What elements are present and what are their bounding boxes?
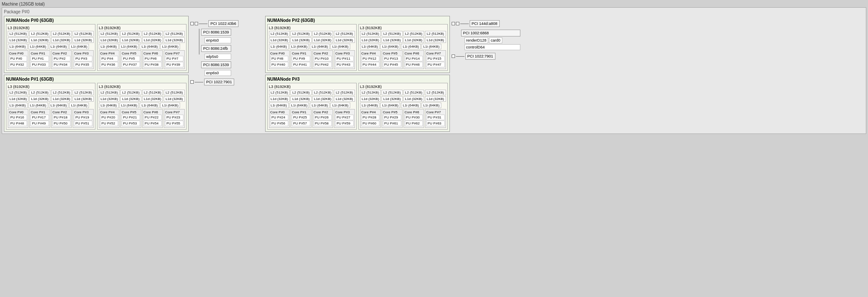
cache-cell: L2 (512KB): [425, 90, 446, 95]
pu-cell: PU P#31: [426, 115, 444, 120]
core-block: Core P#4 PU P#28 PU P#60: [360, 109, 381, 128]
core-block: Core P#5 PU P#5 PU P#37: [120, 50, 141, 69]
pu-cell: PU P#33: [31, 62, 49, 67]
cache-cell: L1d (32KB): [29, 37, 50, 43]
cache-cell: L1i (64KB): [160, 103, 180, 108]
cache-cell: L2 (512KB): [73, 90, 93, 95]
pu-cell: PU P#60: [361, 121, 379, 126]
core-label: Core P#0: [9, 52, 27, 55]
pu-cell: PU P#24: [270, 115, 288, 120]
pu-cell: PU P#19: [74, 115, 92, 120]
cache-cell: L1d (32KB): [29, 96, 50, 102]
cache-cell: L1i (64KB): [422, 103, 441, 108]
core-label: Core P#1: [31, 52, 49, 55]
cache-cell: L1i (64KB): [8, 103, 28, 108]
cache-cell: L2 (512KB): [334, 90, 355, 95]
pu-cell: PU P#29: [383, 115, 401, 120]
cache-cell: L2 (512KB): [382, 31, 402, 36]
cache-cell: L1d (32KB): [360, 96, 381, 102]
render-d128: renderD128: [465, 37, 489, 43]
core-block: Core P#0 PU P#16 PU P#48: [8, 109, 28, 128]
core-block: Core P#6 PU P#6 PU P#38: [142, 50, 163, 69]
cache-cell: L1d (32KB): [403, 96, 424, 102]
pu-cell: PU P#12: [361, 56, 379, 61]
pci-box-1022: PCI 1022:43b6: [208, 20, 238, 27]
pci-top-right: PCI 144d:a808: [452, 20, 520, 27]
connector-line: [456, 56, 465, 57]
pu-cell: PU P#20: [100, 115, 118, 120]
cache-cell: L1d (32KB): [334, 96, 355, 102]
pu-cell: PU P#27: [335, 115, 353, 120]
cache-cell: L2 (512KB): [360, 31, 381, 36]
pu-cell: PU P#51: [74, 121, 92, 126]
core-block: Core P#7 PU P#23 PU P#55: [164, 109, 184, 128]
core-block: Core P#0 PU P#24 PU P#56: [269, 109, 290, 128]
cache-cell: L1d (32KB): [99, 37, 119, 43]
cache-cell: L1d (32KB): [382, 37, 402, 43]
cache-cell: L1i (64KB): [49, 103, 69, 108]
cache-cell: L1d (32KB): [120, 96, 141, 102]
core-block: Core P#5 PU P#29 PU P#61: [382, 109, 402, 128]
core-label: Core P#2: [52, 52, 70, 55]
pu-cell: PU P#43: [335, 62, 353, 67]
numa0-l3-0-l1d: L1d (32KB) L1d (32KB) L1d (32KB) L1d (32…: [8, 37, 94, 43]
cache-cell: L1i (64KB): [290, 44, 309, 49]
cache-cell: L1i (64KB): [330, 103, 350, 108]
cache-cell: L1i (64KB): [360, 44, 380, 49]
connector-line: [195, 82, 203, 82]
cache-cell: L1d (32KB): [334, 37, 355, 43]
package-label: Package P#0: [4, 9, 864, 14]
numa1-l3-1: L3 (8192KB) L2 (512KB) L2 (512KB) L2 (51…: [97, 83, 186, 130]
pci-square: [452, 22, 455, 25]
pu-cell: PU P#46: [405, 62, 423, 67]
pci-subtree-left: PCI 8086:1539 enp4s0 PCI 8086:24fb wlp5s…: [199, 29, 231, 76]
cache-cell: L1d (32KB): [51, 37, 72, 43]
cache-cell: L1i (64KB): [310, 44, 330, 49]
cache-cell: L1d (32KB): [120, 37, 141, 43]
cache-cell: L1i (64KB): [380, 44, 400, 49]
numa2-l3-0: L3 (8192KB) L2 (512KB) L2 (512KB) L2 (51…: [267, 24, 357, 71]
core-block: Core P#3 PU P#11 PU P#43: [334, 50, 355, 69]
core-block: Core P#7 PU P#7 PU P#39: [164, 50, 184, 69]
core-block: Core P#2 PU P#10 PU P#42: [312, 50, 333, 69]
pu-cell: PU P#35: [74, 62, 92, 67]
numa-node-1-label: NUMANode P#1 (63GB): [6, 77, 186, 82]
cache-cell: L1d (32KB): [290, 37, 311, 43]
cache-cell: L2 (512KB): [120, 90, 141, 95]
core-label: Core P#7: [165, 52, 183, 55]
cache-cell: L2 (512KB): [99, 31, 119, 36]
pci-square: [456, 22, 459, 25]
card0: card0: [489, 37, 502, 43]
pci-square: [452, 55, 455, 58]
cache-cell: L1d (32KB): [164, 96, 184, 102]
cache-cell: L1i (64KB): [269, 103, 289, 108]
numa-node-0-inner: L3 (8192KB) L2 (512KB) L2 (512KB) L2 (51…: [6, 24, 186, 71]
core-block: Core P#2 PU P#26 PU P#58: [312, 109, 333, 128]
pu-cell: PU P#39: [165, 62, 183, 67]
cache-cell: L1d (32KB): [312, 37, 333, 43]
cache-cell: L1d (32KB): [73, 37, 93, 43]
package: Package P#0 NUMANode P#0 (63GB) L3 (8192…: [2, 7, 866, 134]
cache-cell: L1d (32KB): [312, 96, 333, 102]
pu-cell: PU P#1: [31, 56, 49, 61]
core-label: Core P#6: [144, 52, 162, 55]
pu-cell: PU P#59: [335, 121, 353, 126]
cache-cell: L1i (64KB): [99, 103, 119, 108]
core-block: Core P#0 PU P#8 PU P#40: [269, 50, 290, 69]
connector-line: [199, 24, 208, 24]
pu-cell: PU P#47: [426, 62, 444, 67]
control-d64: controlD64: [465, 44, 520, 50]
cache-cell: L1d (32KB): [360, 37, 381, 43]
numa3-l3-1: L3 (8192KB) L2 (512KB) L2 (512KB) L2 (51…: [358, 83, 448, 130]
numa0-l3-1-cores: Core P#4 PU P#4 PU P#36 Core P#5 PU P#5 …: [99, 50, 185, 69]
cache-cell: L1i (64KB): [269, 44, 289, 49]
pci-144d-a808: PCI 144d:a808: [470, 20, 500, 27]
pu-cell: PU P#25: [292, 115, 310, 120]
cache-cell: L2 (512KB): [382, 90, 402, 95]
core-label: Core P#5: [122, 52, 140, 55]
pu-cell: PU P#61: [383, 121, 401, 126]
pu-cell: PU P#8: [270, 56, 288, 61]
cache-cell: L2 (512KB): [29, 31, 50, 36]
pu-cell: PU P#26: [314, 115, 332, 120]
pu-cell: PU P#63: [426, 121, 444, 126]
